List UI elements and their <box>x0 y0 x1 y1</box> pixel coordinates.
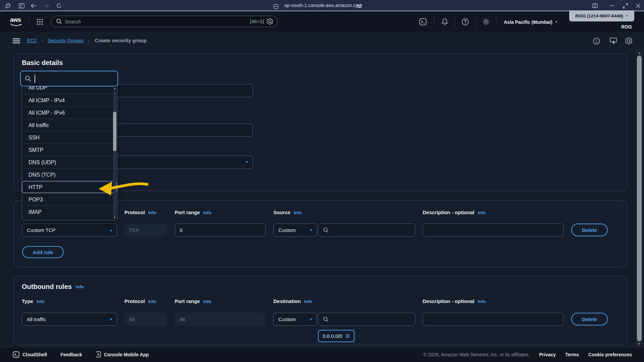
outbound-info-link[interactable]: Info <box>76 284 84 289</box>
services-grid-icon[interactable] <box>36 18 44 25</box>
chip-dismiss-icon[interactable] <box>345 334 350 338</box>
sidebar-toggle-icon[interactable] <box>17 2 25 10</box>
info-link[interactable]: Info <box>478 210 486 215</box>
outbound-rules-card: Outbound rules Info TypeInfoProtocolInfo… <box>13 276 627 345</box>
outbound-destination-search-input[interactable] <box>318 313 415 326</box>
outbound-type-select[interactable]: All traffic ▼ <box>22 313 117 326</box>
chevron-down-icon: ▼ <box>245 161 249 164</box>
info-link[interactable]: Info <box>148 299 156 304</box>
inbound-protocol-field: TCP <box>124 224 167 237</box>
inbound-description-input[interactable] <box>423 224 564 237</box>
dropdown-option[interactable]: All ICMP - IPv4 <box>22 94 117 106</box>
dropdown-option[interactable]: DNS (UDP) <box>22 156 117 168</box>
search-shortcut-hint: [Alt+S] <box>250 19 264 24</box>
dropdown-option[interactable]: All UDP <box>22 86 117 94</box>
info-link[interactable]: Info <box>148 210 156 215</box>
dropdown-option[interactable]: IMAP <box>22 205 117 218</box>
region-label: Asia Pacific (Mumbai) <box>504 19 552 25</box>
terms-link[interactable]: Terms <box>565 352 579 357</box>
account-short-label: ROG <box>621 24 632 29</box>
amazon-q-icon[interactable] <box>625 37 633 45</box>
restore-window-button[interactable] <box>621 2 629 10</box>
outbound-type-value: All traffic <box>27 316 46 322</box>
column-header-label: Port range <box>175 298 200 304</box>
footer-cloudshell-button[interactable]: CloudShell <box>13 351 47 358</box>
settings-gear-icon[interactable] <box>482 18 490 25</box>
aws-logo[interactable]: aws <box>10 17 23 26</box>
info-link[interactable]: Info <box>203 210 211 215</box>
info-link[interactable]: Info <box>478 299 486 304</box>
tune-settings-icon[interactable] <box>355 2 363 10</box>
cookie-preferences-link[interactable]: Cookie preferences <box>588 352 632 357</box>
outbound-description-input[interactable] <box>423 313 564 326</box>
notifications-bell-icon[interactable] <box>441 18 448 25</box>
annotation-arrow <box>98 179 148 197</box>
footer-console-mobile-app-button[interactable]: Console Mobile App <box>96 351 149 358</box>
page-scrollbar-thumb[interactable] <box>637 56 642 341</box>
global-search-input[interactable]: Search [Alt+S] <box>51 16 277 27</box>
close-window-button[interactable] <box>634 2 642 10</box>
breadcrumb-link[interactable]: Security Groups <box>48 38 84 43</box>
browser-logo-icon[interactable] <box>4 2 12 10</box>
dropdown-option[interactable]: All ICMP - IPv6 <box>22 106 117 119</box>
privacy-link[interactable]: Privacy <box>539 352 556 357</box>
outbound-delete-button[interactable]: Delete <box>571 313 608 325</box>
outbound-port-range-field: All <box>175 313 266 326</box>
inbound-port-range-input[interactable]: 0 <box>175 224 266 237</box>
console-mobile-app-label: Console Mobile App <box>104 352 149 357</box>
breadcrumb-link[interactable]: EC2 <box>27 38 37 43</box>
scroll-down-icon[interactable]: ▼ <box>636 343 643 346</box>
feedback-label: Feedback <box>60 352 82 357</box>
back-button[interactable] <box>30 2 38 10</box>
info-link[interactable]: Info <box>294 210 302 215</box>
type-dropdown-items: All UDPAll ICMP - IPv4All ICMP - IPv6All… <box>22 86 117 218</box>
screen: ap-south-1.console.aws.amazon.com <box>0 0 644 362</box>
basic-details-title: Basic details <box>22 59 63 67</box>
outbound-destination-select[interactable]: Custom ▼ <box>273 313 317 326</box>
breadcrumb-current: Create security group <box>95 38 147 43</box>
inbound-type-value: Custom TCP <box>27 227 56 233</box>
footer-feedback-button[interactable]: Feedback <box>60 352 82 357</box>
mobile-app-icon <box>96 351 101 358</box>
info-link[interactable]: Info <box>203 299 211 304</box>
region-selector[interactable]: Asia Pacific (Mumbai) ▼ <box>504 19 558 25</box>
dropdown-scrollbar-track[interactable] <box>113 91 116 216</box>
console-footer: CloudShell Feedback Console Mobile App ©… <box>0 347 644 362</box>
scroll-up-icon[interactable]: ▲ <box>112 87 117 90</box>
chevron-down-icon: ▼ <box>626 15 628 17</box>
search-icon <box>56 18 62 24</box>
tab-overview-icon[interactable] <box>591 2 599 10</box>
search-icon <box>323 227 329 233</box>
page-scrollbar[interactable]: ▲ ▼ <box>636 50 643 347</box>
dropdown-option[interactable]: SMTP <box>22 143 117 156</box>
new-features-icon[interactable] <box>609 37 617 45</box>
forward-button[interactable] <box>42 2 50 10</box>
column-header: SourceInfo <box>273 209 302 215</box>
account-menu-chip[interactable]: ROG (1214-9007-6448) ▼ <box>569 10 634 21</box>
breadcrumb-bar: EC2›Security Groups›Create security grou… <box>0 32 644 51</box>
cloudshell-icon[interactable] <box>419 18 427 25</box>
type-dropdown-search-input[interactable] <box>20 71 118 86</box>
info-link[interactable]: Info <box>304 299 312 304</box>
aws-top-nav: aws Search [Alt+S] <box>0 11 644 32</box>
info-link[interactable]: Info <box>37 299 45 304</box>
inbound-source-select[interactable]: Custom ▼ <box>273 224 317 237</box>
url-address[interactable]: ap-south-1.console.aws.amazon.com <box>284 3 362 8</box>
dropdown-option[interactable]: SSH <box>22 131 117 143</box>
inbound-type-select[interactable]: Custom TCP ▲ <box>22 224 117 237</box>
amazon-q-icon[interactable] <box>267 18 273 25</box>
inbound-delete-button[interactable]: Delete <box>571 224 608 236</box>
inbound-source-search-input[interactable] <box>318 224 415 237</box>
minimize-button[interactable] <box>608 2 616 10</box>
scroll-down-icon[interactable]: ▼ <box>112 216 117 219</box>
dropdown-option[interactable]: All traffic <box>22 119 117 131</box>
outbound-destination-value: Custom <box>278 316 296 322</box>
info-icon[interactable] <box>592 37 600 45</box>
add-rule-button[interactable]: Add rule <box>22 246 64 258</box>
dropdown-scrollbar-thumb[interactable] <box>113 112 116 151</box>
scroll-up-icon[interactable]: ▲ <box>636 52 643 55</box>
menu-hamburger-icon[interactable] <box>13 38 20 44</box>
help-icon[interactable] <box>462 18 469 25</box>
column-header-label: Protocol <box>124 298 145 304</box>
reload-button[interactable] <box>55 2 63 10</box>
